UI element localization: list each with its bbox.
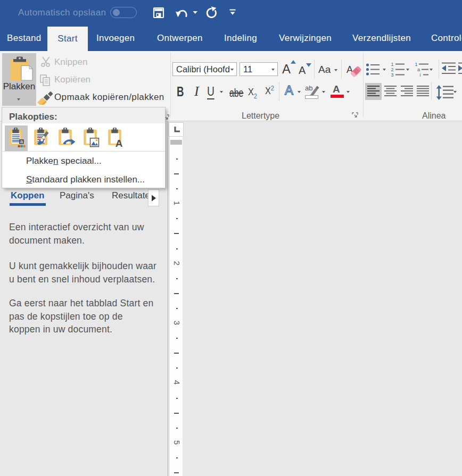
svg-text:2: 2 <box>391 67 394 72</box>
svg-text:1: 1 <box>415 62 418 67</box>
svg-text:1: 1 <box>391 62 394 67</box>
svg-text:3: 3 <box>391 72 394 78</box>
svg-text:A: A <box>116 138 123 148</box>
svg-text:a: a <box>417 67 420 72</box>
svg-text:ab: ab <box>305 84 312 92</box>
svg-text:a: a <box>20 138 23 144</box>
svg-text:i: i <box>420 72 421 78</box>
